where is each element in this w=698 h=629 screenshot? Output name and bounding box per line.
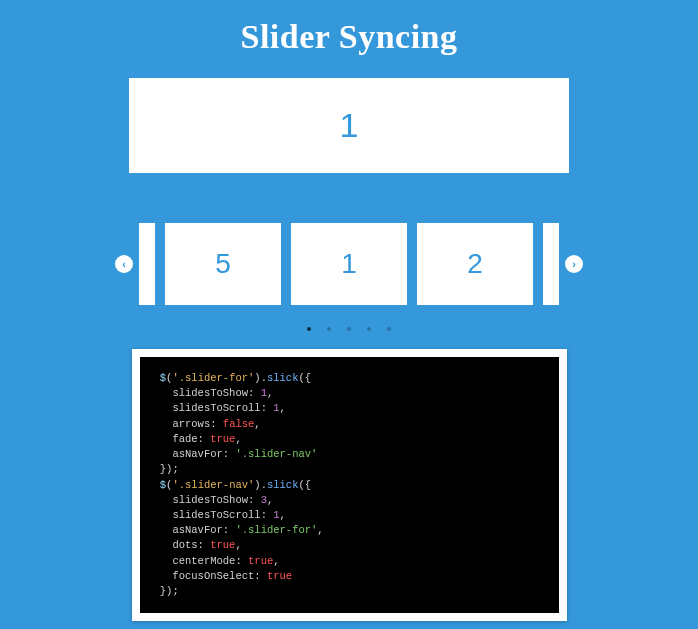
next-arrow-button[interactable]: › — [565, 255, 583, 273]
pagination-dots — [307, 327, 391, 331]
nav-slide[interactable]: 2 — [417, 223, 533, 305]
pagination-dot[interactable] — [347, 327, 351, 331]
nav-slider-row: ‹ 5 1 2 › — [30, 223, 668, 305]
nav-slider-strip: 5 1 2 — [139, 223, 559, 305]
nav-slide-center[interactable]: 1 — [291, 223, 407, 305]
nav-slide-partial-left[interactable] — [139, 223, 155, 305]
nav-slide-partial-right[interactable] — [543, 223, 559, 305]
page-title: Slider Syncing — [240, 18, 457, 56]
code-sample-frame: $('.slider-for').slick({ slidesToShow: 1… — [132, 349, 567, 621]
pagination-dot[interactable] — [307, 327, 311, 331]
code-sample: $('.slider-for').slick({ slidesToShow: 1… — [140, 357, 559, 613]
main-slide[interactable]: 1 — [129, 78, 569, 173]
pagination-dot[interactable] — [367, 327, 371, 331]
pagination-dot[interactable] — [327, 327, 331, 331]
pagination-dot[interactable] — [387, 327, 391, 331]
prev-arrow-button[interactable]: ‹ — [115, 255, 133, 273]
nav-slide[interactable]: 5 — [165, 223, 281, 305]
